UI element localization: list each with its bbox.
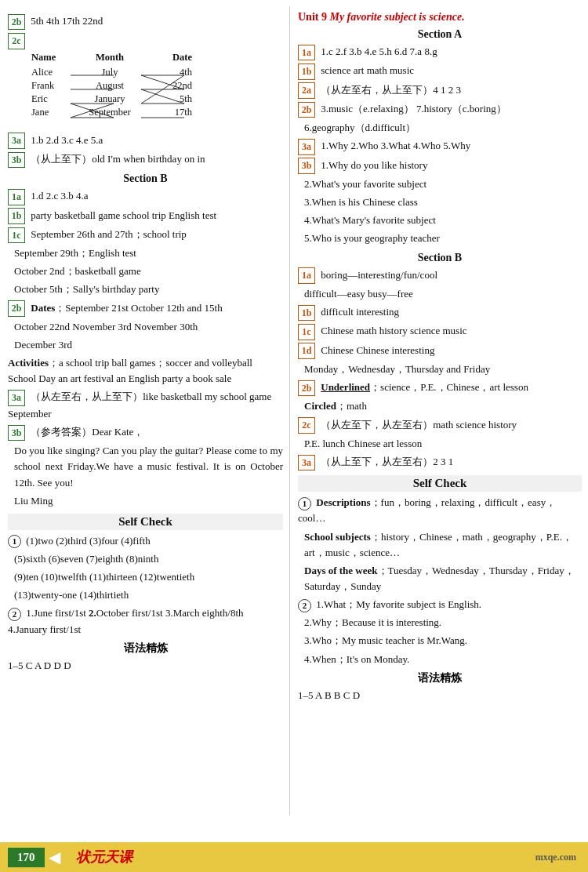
left-column: 2b 5th 4th 17th 22nd 2c Name Month Date … (0, 6, 290, 816)
sc2-right-3: 3.Who；My music teacher is Mr.Wang. (298, 633, 582, 649)
col-date: Date (145, 52, 192, 64)
name-jane: Jane (31, 107, 74, 118)
days-label: Days of the week (304, 565, 378, 576)
label-1a-right-b: 1a (298, 267, 315, 284)
sc1-text: (1)two (2)third (3)four (4)fifth (26, 535, 150, 547)
answer-1b-right-b: difficult interesting (321, 306, 399, 318)
label-1d-right-b: 1d (298, 343, 315, 359)
3b-right-a-4: 4.What's Mary's favorite subject (298, 213, 582, 228)
answer-3a-right-a: 1.Why 2.Who 3.What 4.Who 5.Why (321, 140, 470, 151)
item-2b-right-b: 2b Underlined；science，P.E.，Chinese，art l… (298, 380, 582, 396)
month-january: January (74, 93, 145, 105)
item-2b-top: 2b 5th 4th 17th 22nd (8, 13, 283, 30)
3b-right-a-1: 1.Why do you like history (321, 159, 427, 171)
date-17th: 17th (145, 107, 192, 118)
label-3b-left-b: 3b (8, 425, 25, 441)
descriptions-label: Descriptions (316, 496, 370, 508)
label-2b-right-b: 2b (298, 380, 315, 397)
name-alice: Alice (31, 67, 74, 78)
date-4th: 4th (145, 67, 192, 78)
unit-title-text: Unit 9 (298, 11, 329, 23)
activities-label: Activities (8, 357, 49, 369)
1d-right-b-2: Monday，Wednesday，Thursday and Friday (298, 362, 582, 377)
item-1a-right-b: 1a boring—interesting/fun/cool (298, 267, 582, 284)
item-1c-right-b: 1c Chinese math history science music (298, 323, 582, 340)
answer-1c-line4: October 5th；Sally's birthday party (8, 282, 283, 297)
label-1a-left-b: 1a (8, 189, 25, 205)
item-1b-left-b: 1b party basketball game school trip Eng… (8, 208, 283, 224)
name-frank: Frank (31, 80, 74, 92)
self-check-title-left: Self Check (8, 514, 283, 530)
name-eric: Eric (31, 93, 74, 105)
circled-label: Circled (304, 400, 336, 412)
footer-logo: 状元天课 (76, 848, 132, 867)
num-circle-1-left: 1 (8, 535, 21, 548)
label-3b-left: 3b (8, 152, 25, 169)
label-2a-right-a: 2a (298, 82, 315, 99)
self-check-2-left: 2 1.June first/1st 2.October first/1st 3… (8, 605, 283, 637)
page-number: 170 (8, 848, 45, 867)
sc2-text: 1.June first/1st 2.October first/1st 3.M… (8, 607, 244, 634)
col-month: Month (74, 52, 145, 64)
grammar-title-left: 语法精炼 (8, 641, 283, 656)
sc1-right-subjects: School subjects；history，Chinese，math，geo… (298, 529, 582, 561)
section-b-title-left: Section B (8, 173, 283, 185)
label-2b: 2b (8, 14, 25, 31)
answer-2a-right-a: （从左至右，从上至下）4 1 2 3 (321, 84, 461, 96)
unit-title: Unit 9 My favorite subject is science. (298, 11, 582, 24)
label-1c-right-b: 1c (298, 324, 315, 340)
sc2-right-1: 1.What；My favorite subject is English. (316, 598, 481, 610)
answer-3a-right-b: （从上至下，从左至右）2 3 1 (321, 456, 453, 467)
sc1-line2: (5)sixth (6)seven (7)eighth (8)ninth (8, 551, 283, 567)
answer-1c-right-b: Chinese math history science music (321, 325, 466, 336)
answer-2b-right-a: 3.music（e.relaxing） 7.history（c.boring） (321, 103, 506, 114)
label-2c-right-b: 2c (298, 417, 315, 434)
label-2b-left-b: 2b (8, 300, 25, 317)
label-1b-right-b: 1b (298, 305, 315, 322)
item-2b-right-a: 2b 3.music（e.relaxing） 7.history（c.borin… (298, 101, 582, 118)
2b-activities: Activities；a school trip ball games；socc… (8, 355, 283, 387)
2b-right-a-line2: 6.geography（d.difficult） (298, 120, 582, 136)
label-2b-right-a: 2b (298, 102, 315, 118)
num-circle-2-left: 2 (8, 608, 21, 621)
answer-1c-line1: September 26th and 27th；school trip (31, 228, 187, 240)
3b-right-a-3: 3.When is his Chinese class (298, 194, 582, 210)
item-3a-right-a: 3a 1.Why 2.Who 3.What 4.Who 5.Why (298, 138, 582, 154)
matching-diagram: Name Month Date Alice July 4th Frank Aug… (31, 52, 283, 130)
item-1c-left-b: 1c September 26th and 27th；school trip (8, 227, 283, 243)
1a-right-b-1: boring—interesting/fun/cool (321, 269, 437, 281)
page-footer: 170 ◀ 状元天课 mxqe.com (0, 842, 588, 872)
sc1-line4: (13)twenty-one (14)thirtieth (8, 587, 283, 603)
sc2-right-4: 4.When；It's on Monday. (298, 652, 582, 667)
month-august: August (74, 80, 145, 92)
date-5th: 5th (145, 93, 192, 105)
item-1b-right-a: 1b science art math music (298, 63, 582, 79)
sc1-right-days: Days of the week；Tuesday，Wednesday，Thurs… (298, 563, 582, 594)
label-3b-right-a: 3b (298, 158, 315, 174)
sc2-right-2: 2.Why；Because it is interesting. (298, 615, 582, 630)
answer-3b-left: （从上至下）old I'm when birthday on in (31, 153, 205, 165)
label-3a-left-b: 3a (8, 390, 25, 406)
answer-1c-line2: September 29th；English test (8, 245, 283, 261)
sc1-line3: (9)ten (10)twelfth (11)thirteen (12)twen… (8, 569, 283, 585)
answer-1b-right-a: science art math music (321, 64, 414, 76)
item-1b-right-b: 1b difficult interesting (298, 304, 582, 321)
2c-right-b-2: P.E. lunch Chinese art lesson (298, 436, 582, 452)
grammar-title-right: 语法精炼 (298, 671, 582, 685)
col-name: Name (31, 52, 74, 64)
3b-signature: Liu Ming (8, 493, 283, 509)
item-1a-left-b: 1a 1.d 2.c 3.b 4.a (8, 188, 283, 205)
2b-line2: October 22nd November 3rd November 30th (8, 319, 283, 335)
item-1d-right-b: 1d Chinese Chinese interesting (298, 343, 582, 359)
answer-1a-left-b: 1.d 2.c 3.b 4.a (31, 190, 88, 202)
2b-right-b-circled: Circled；math (298, 398, 582, 414)
item-2b-left-b: 2b Dates；September 21st October 12th and… (8, 300, 283, 317)
section-b-title-right: Section B (298, 252, 582, 264)
section-a-title-right: Section A (298, 28, 582, 41)
answer-1b-left-b: party basketball game school trip Englis… (31, 209, 216, 221)
month-july: July (74, 67, 145, 78)
item-3a-right-b: 3a （从上至下，从左至右）2 3 1 (298, 454, 582, 471)
right-column: Unit 9 My favorite subject is science. S… (290, 6, 588, 816)
label-3a-left: 3a (8, 133, 25, 149)
grammar-answer-right: 1–5 A B B C D (298, 688, 582, 703)
